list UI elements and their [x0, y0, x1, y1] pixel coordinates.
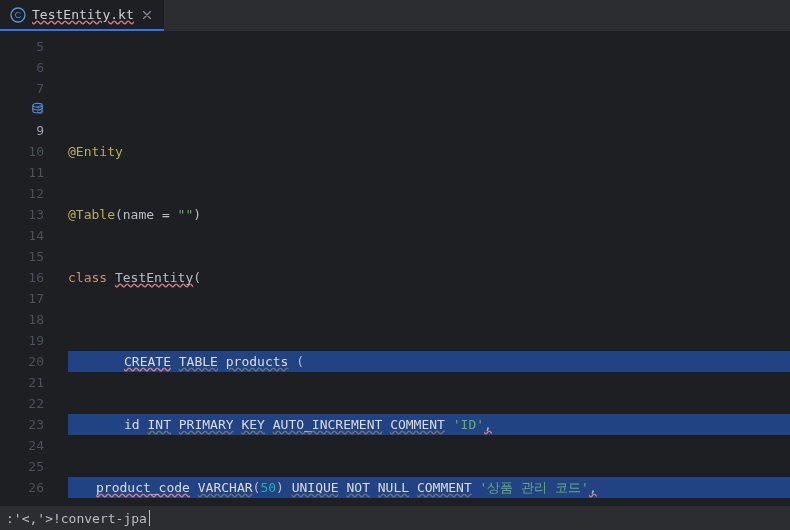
line-number: 15 — [0, 246, 44, 267]
line-number: 22 — [0, 393, 44, 414]
line-number: 19 — [0, 330, 44, 351]
line-number: 11 — [0, 162, 44, 183]
line-number: 6 — [0, 57, 44, 78]
code-line: product_code VARCHAR(50) UNIQUE NOT NULL… — [68, 477, 790, 498]
line-number: 24 — [0, 435, 44, 456]
database-icon[interactable] — [30, 102, 45, 117]
line-number: 5 — [0, 36, 44, 57]
status-bar: :'<,'>!convert-jpa — [0, 506, 790, 530]
line-number: 14 — [0, 225, 44, 246]
line-number: 25 — [0, 456, 44, 477]
line-number: 9 — [0, 120, 44, 141]
line-number: 7 — [0, 78, 44, 99]
kotlin-class-icon: C — [10, 7, 26, 23]
file-tab[interactable]: C TestEntity.kt — [0, 0, 164, 31]
svg-text:C: C — [15, 10, 22, 20]
code-line — [68, 78, 790, 99]
code-line: class TestEntity( — [68, 267, 790, 288]
code-line: @Entity — [68, 141, 790, 162]
editor[interactable]: 5 6 7 8 9 10 11 12 13 14 15 16 17 18 19 … — [0, 32, 790, 506]
close-icon[interactable] — [140, 8, 154, 22]
tab-label: TestEntity.kt — [32, 7, 134, 22]
tab-bar: C TestEntity.kt — [0, 0, 790, 32]
command-line[interactable]: :'<,'>!convert-jpa — [6, 511, 147, 526]
cursor — [149, 510, 150, 526]
line-number: 21 — [0, 372, 44, 393]
line-number: 20 — [0, 351, 44, 372]
code-area[interactable]: @Entity @Table(name = "") class TestEnti… — [52, 32, 790, 506]
line-number: 12 — [0, 183, 44, 204]
svg-point-2 — [33, 103, 42, 107]
line-number: 10 — [0, 141, 44, 162]
code-line: @Table(name = "") — [68, 204, 790, 225]
line-number: 13 — [0, 204, 44, 225]
line-number: 26 — [0, 477, 44, 498]
line-number: 23 — [0, 414, 44, 435]
line-number: 16 — [0, 267, 44, 288]
line-number: 18 — [0, 309, 44, 330]
code-line: id INT PRIMARY KEY AUTO_INCREMENT COMMEN… — [68, 414, 790, 435]
code-line: CREATE TABLE products ( — [68, 351, 790, 372]
line-number: 17 — [0, 288, 44, 309]
gutter: 5 6 7 8 9 10 11 12 13 14 15 16 17 18 19 … — [0, 32, 52, 506]
